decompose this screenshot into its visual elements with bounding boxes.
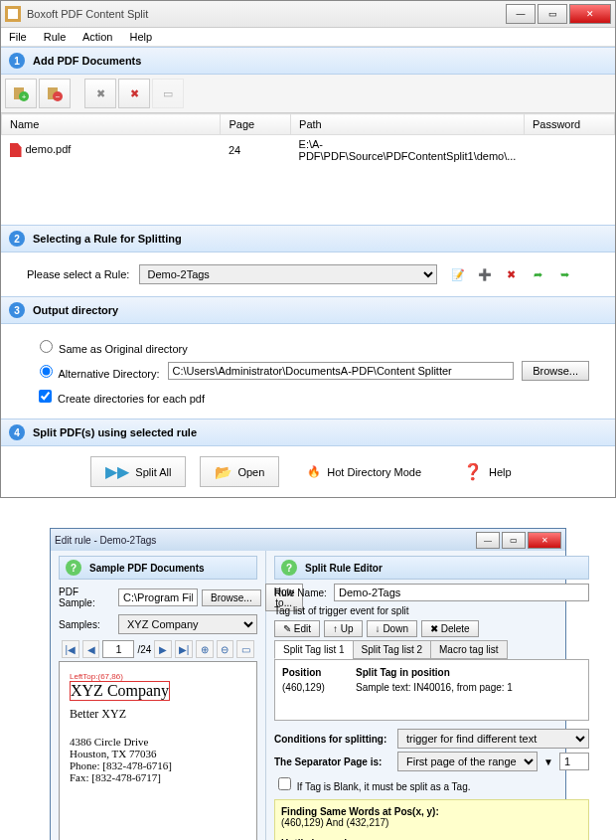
finding-label: Finding Same Words at Pos(x, y): bbox=[281, 806, 582, 817]
menubar: File Rule Action Help bbox=[1, 28, 615, 47]
preview-company: XYZ Company bbox=[70, 681, 170, 701]
browse-button-2[interactable]: Browse... bbox=[202, 589, 261, 606]
samples-label: Samples: bbox=[59, 619, 114, 630]
pdf-sample-input[interactable] bbox=[118, 588, 198, 606]
preview-slogan: Better XYZ bbox=[70, 707, 246, 722]
radio-same[interactable]: Same as Original directory bbox=[35, 343, 188, 355]
svg-text:+: + bbox=[22, 92, 27, 101]
pdf-preview[interactable]: LeftTop:(67,86) XYZ Company Better XYZ 4… bbox=[59, 661, 257, 840]
tag-table: PositionSplit Tag in position (460,129)S… bbox=[274, 659, 589, 721]
folder-icon: 📂 bbox=[215, 464, 231, 480]
open-button[interactable]: 📂Open bbox=[200, 456, 279, 487]
browse-button[interactable]: Browse... bbox=[522, 361, 589, 381]
section-3-header: 3Output directory bbox=[1, 296, 615, 324]
close-button[interactable]: ✕ bbox=[569, 4, 611, 24]
separator-select[interactable]: First page of the range bbox=[397, 752, 538, 771]
col-name[interactable]: Name bbox=[2, 114, 221, 135]
blank-tag-checkbox[interactable]: If Tag is Blank, it must be split as a T… bbox=[274, 774, 471, 793]
main-window: Boxoft PDF Content Split — ▭ ✕ File Rule… bbox=[0, 0, 616, 498]
edit-tag-button[interactable]: ✎ Edit bbox=[274, 620, 320, 637]
edit-rule-icon[interactable]: 📝 bbox=[446, 262, 470, 286]
up-icon: ↑ bbox=[333, 623, 338, 634]
menu-rule[interactable]: Rule bbox=[44, 31, 67, 43]
window-title: Boxoft PDF Content Split bbox=[27, 8, 506, 20]
rule-editor-header: ?Split Rule Editor bbox=[274, 556, 589, 580]
add-rule-icon[interactable]: ➕ bbox=[473, 262, 497, 286]
finding-panel: Finding Same Words at Pos(x, y): (460,12… bbox=[274, 799, 589, 840]
col-password[interactable]: Password bbox=[524, 114, 614, 135]
zoom-out-icon[interactable]: ⊖ bbox=[217, 640, 234, 658]
sep-num-input[interactable] bbox=[559, 753, 589, 770]
rule-panel: Please select a Rule: Demo-2Tags 📝 ➕ ✖ ➦… bbox=[1, 252, 615, 296]
disabled-button: ▭ bbox=[152, 79, 184, 108]
split-all-button[interactable]: ▶▶Split All bbox=[90, 456, 186, 487]
section-1-header: 1Add PDF Documents bbox=[1, 47, 615, 75]
separator-label: The Separator Page is: bbox=[274, 756, 393, 767]
samples-select[interactable]: XYZ Company bbox=[118, 614, 257, 634]
preview-fax: Fax: [832-478-6717] bbox=[70, 771, 246, 783]
fire-icon: 🔥 bbox=[307, 465, 321, 478]
tag-tabs: Split Tag list 1 Split Tag list 2 Macro … bbox=[274, 640, 589, 659]
tab-macrolist[interactable]: Macro tag list bbox=[430, 640, 507, 659]
page-input[interactable] bbox=[102, 640, 134, 658]
output-panel: Same as Original directory Alternative D… bbox=[1, 324, 615, 419]
export-rule-icon[interactable]: ➦ bbox=[527, 262, 550, 286]
maximize-button-2[interactable]: ▭ bbox=[502, 532, 526, 549]
conditions-select[interactable]: trigger for find different text bbox=[397, 729, 589, 749]
delete-tag-button[interactable]: ✖ Delete bbox=[421, 620, 479, 637]
minimize-button-2[interactable]: — bbox=[476, 532, 500, 549]
preview-addr2: Houston, TX 77036 bbox=[70, 748, 246, 759]
remove-file-button[interactable]: − bbox=[39, 79, 71, 108]
help-button[interactable]: ❓Help bbox=[449, 456, 526, 487]
tab-taglist2[interactable]: Split Tag list 2 bbox=[353, 640, 432, 659]
page-nav: |◀ ◀ /24 ▶ ▶| ⊕ ⊖ ▭ bbox=[59, 637, 257, 661]
toolbar: + − ✖ ✖ ▭ bbox=[1, 75, 615, 113]
col-path[interactable]: Path bbox=[291, 114, 525, 135]
maximize-button[interactable]: ▭ bbox=[538, 4, 567, 24]
clear-button[interactable]: ✖ bbox=[118, 79, 150, 108]
section-4-header: 4Split PDF(s) using selected rule bbox=[1, 419, 615, 446]
titlebar: Boxoft PDF Content Split — ▭ ✕ bbox=[1, 1, 615, 28]
menu-action[interactable]: Action bbox=[82, 31, 113, 43]
delete-rule-icon[interactable]: ✖ bbox=[500, 262, 524, 286]
tools-button[interactable]: ✖ bbox=[84, 79, 116, 108]
import-rule-icon[interactable]: ➥ bbox=[553, 262, 577, 286]
table-row[interactable]: demo.pdf 24 E:\A-PDF\PDF\Source\PDFConte… bbox=[2, 135, 615, 166]
hot-dir-button[interactable]: 🔥Hot Directory Mode bbox=[293, 456, 435, 487]
down-icon: ↓ bbox=[376, 623, 381, 634]
pdf-icon bbox=[10, 143, 22, 157]
col-page[interactable]: Page bbox=[221, 114, 291, 135]
preview-addr1: 4386 Circle Drive bbox=[70, 736, 246, 748]
menu-file[interactable]: File bbox=[9, 31, 27, 43]
file-table: Name Page Path Password demo.pdf 24 E:\A… bbox=[1, 113, 615, 165]
titlebar-2: Edit rule - Demo-2Tags — ▭ ✕ bbox=[51, 529, 565, 551]
rule-name-label: Rule Name: bbox=[274, 588, 330, 598]
alt-dir-input[interactable] bbox=[168, 362, 515, 380]
fit-icon[interactable]: ▭ bbox=[236, 640, 254, 658]
rule-select[interactable]: Demo-2Tags bbox=[139, 264, 437, 284]
minimize-button[interactable]: — bbox=[506, 4, 536, 24]
add-file-button[interactable]: + bbox=[5, 79, 37, 108]
last-page-icon[interactable]: ▶| bbox=[175, 640, 193, 658]
first-page-icon[interactable]: |◀ bbox=[62, 640, 79, 658]
checkbox-createdirs[interactable]: Create directories for each pdf bbox=[35, 393, 205, 405]
next-page-icon[interactable]: ▶ bbox=[154, 640, 172, 658]
coord-hint: LeftTop:(67,86) bbox=[70, 672, 246, 681]
window-title-2: Edit rule - Demo-2Tags bbox=[55, 535, 476, 546]
down-button[interactable]: ↓ Down bbox=[367, 620, 417, 637]
up-button[interactable]: ↑ Up bbox=[324, 620, 363, 637]
rule-name-input[interactable] bbox=[334, 584, 589, 601]
tab-taglist1[interactable]: Split Tag list 1 bbox=[274, 640, 354, 659]
edit-icon: ✎ bbox=[283, 623, 291, 634]
play-icon: ▶▶ bbox=[105, 462, 129, 481]
conditions-label: Conditions for splitting: bbox=[274, 734, 393, 745]
col-position[interactable]: Position bbox=[281, 666, 353, 679]
menu-help[interactable]: Help bbox=[130, 31, 153, 43]
left-pane: ?Sample PDF Documents PDF Sample:Browse.… bbox=[51, 551, 266, 840]
prev-page-icon[interactable]: ◀ bbox=[82, 640, 100, 658]
close-button-2[interactable]: ✕ bbox=[528, 532, 561, 549]
tag-row[interactable]: (460,129)Sample text: IN40016, from page… bbox=[281, 681, 582, 694]
zoom-in-icon[interactable]: ⊕ bbox=[196, 640, 214, 658]
col-splittag[interactable]: Split Tag in position bbox=[355, 666, 582, 679]
radio-alt[interactable]: Alternative Directory: bbox=[35, 362, 160, 380]
